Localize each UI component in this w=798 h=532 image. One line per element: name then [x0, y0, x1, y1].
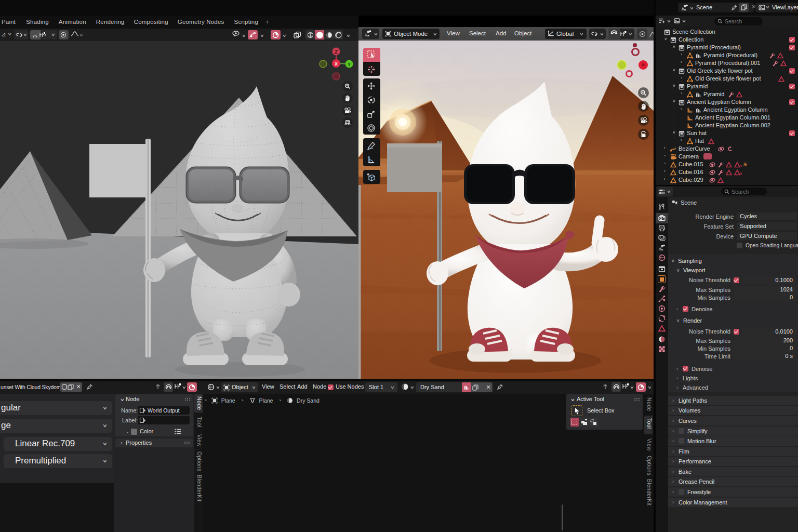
svg-text:Z: Z — [335, 49, 338, 55]
svg-text:Y: Y — [348, 62, 351, 67]
svg-text:X: X — [335, 61, 338, 66]
